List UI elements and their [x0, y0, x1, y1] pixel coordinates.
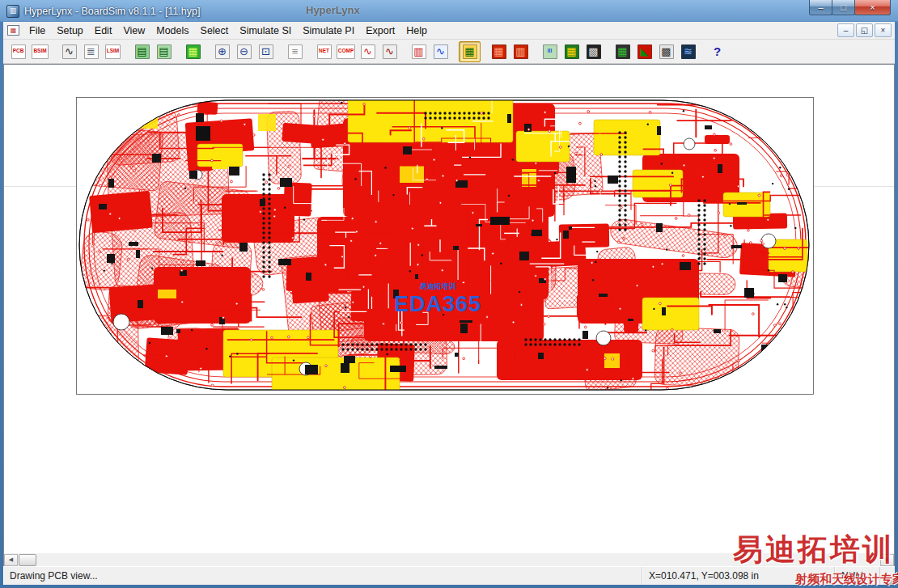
plane-noise-map-2-icon: ▥ [514, 44, 528, 59]
zoom-out-icon: ⊖ [237, 44, 252, 59]
menu-help[interactable]: Help [400, 23, 433, 38]
board-layers-button[interactable]: ▦ [561, 41, 582, 62]
eda365-watermark: EDA365 [394, 292, 481, 316]
menu-simulate-pi[interactable]: Simulate PI [297, 23, 360, 38]
board-layers-icon: ▦ [565, 44, 579, 59]
board-wizard-2-button[interactable]: ▤ [153, 41, 175, 62]
bar-chart-icon: III [543, 44, 557, 59]
pcb-board-area: 易迪拓培训 EDA365 [76, 97, 814, 395]
menu-select[interactable]: Select [195, 23, 235, 38]
open-pcb-icon: PCB [11, 44, 26, 59]
zoom-area-button[interactable]: ⊡ [255, 41, 277, 62]
board-wizard-icon: ▤ [135, 44, 150, 59]
select-component-button[interactable]: COMP [335, 41, 357, 62]
window-maximize-button[interactable]: □ [832, 0, 855, 15]
show-signal-icon: ∿ [361, 44, 375, 59]
select-net-button[interactable]: NET [313, 41, 335, 62]
zoom-in-button[interactable]: ⊕ [211, 41, 233, 62]
num-lock-indicator: NUM [835, 567, 880, 585]
open-bsim-button[interactable]: BSIM [29, 41, 51, 62]
bar-chart-button[interactable]: III [539, 41, 561, 62]
menu-view[interactable]: View [117, 23, 150, 38]
hyperlynx-watermark: HyperLynx [306, 4, 360, 16]
menu-export[interactable]: Export [360, 23, 400, 38]
board-checker-button[interactable]: ▩ [655, 41, 677, 62]
board-wizard-button[interactable]: ▤ [131, 41, 153, 62]
horizontal-scrollbar[interactable]: ◀ ▶ [3, 553, 895, 566]
menu-simulate-si[interactable]: Simulate SI [234, 23, 297, 38]
board-grid-green-icon: ▦ [186, 44, 201, 59]
attach-files-button[interactable]: ≣ [80, 41, 102, 62]
menu-models[interactable]: Models [150, 23, 194, 38]
menu-setup[interactable]: Setup [51, 23, 89, 38]
board-dark-button[interactable]: ▦ [612, 41, 633, 62]
plane-noise-map-button[interactable]: ▦ [488, 41, 510, 62]
resize-grip[interactable]: ◢ [880, 567, 895, 585]
scroll-left-arrow-icon[interactable]: ◀ [4, 554, 18, 566]
mdi-document-icon[interactable]: ▦ [7, 25, 19, 36]
zoom-in-icon: ⊕ [215, 44, 230, 59]
probe-signal-button[interactable]: ∿ [379, 41, 400, 62]
emc-spider-button[interactable]: ≋ [677, 41, 699, 62]
window-minimize-button[interactable]: – [809, 0, 832, 15]
stackup-editor-button[interactable]: ▥ [408, 41, 430, 62]
attach-files-icon: ≣ [84, 44, 99, 59]
toolbar: PCBBSIM∿≣LSIM▤▤▦⊕⊖⊡≡NETCOMP∿∿▥∿▦▦▥III▦▩▦… [3, 40, 895, 64]
board-report-button[interactable]: ≡ [284, 41, 306, 62]
mdi-minimize-button[interactable]: – [837, 23, 854, 37]
stackup-editor-icon: ▥ [412, 44, 426, 59]
flag-diagonal-button[interactable]: ◣ [633, 41, 655, 62]
mdi-close-button[interactable]: × [875, 23, 892, 37]
select-net-icon: NET [317, 44, 332, 59]
open-lsim-button[interactable]: LSIM [102, 41, 124, 62]
emc-spider-icon: ≋ [681, 44, 696, 59]
board-dither-icon: ▩ [587, 44, 601, 59]
window-title: HyperLynx - BoardSim v8.1.1 - [11.hyp] [24, 6, 200, 17]
board-checker-icon: ▩ [659, 44, 674, 59]
status-bar: Drawing PCB view... X=010.471, Y=003.098… [3, 566, 895, 585]
board-report-icon: ≡ [288, 44, 303, 59]
pcb-view-canvas[interactable]: 易迪拓培训 EDA365 [3, 64, 895, 553]
zoom-area-icon: ⊡ [259, 44, 273, 59]
oscilloscope-icon: ∿ [62, 44, 77, 59]
mdi-restore-button[interactable]: ◱ [856, 23, 873, 37]
flag-diagonal-icon: ◣ [637, 44, 652, 59]
app-window: ▥ HyperLynx - BoardSim v8.1.1 - [11.hyp]… [0, 0, 898, 588]
show-signal-button[interactable]: ∿ [357, 41, 379, 62]
board-grid-green-button[interactable]: ▦ [182, 41, 204, 62]
plane-noise-map-2-button[interactable]: ▥ [510, 41, 532, 62]
window-controls: – □ × [810, 0, 891, 15]
titlebar: ▥ HyperLynx - BoardSim v8.1.1 - [11.hyp]… [3, 0, 895, 22]
board-dither-button[interactable]: ▩ [582, 41, 604, 62]
eda365-small-watermark: 易迪拓培训 [419, 282, 456, 290]
waveform-viewer-icon: ∿ [434, 44, 448, 59]
help-icon: ? [710, 44, 725, 59]
menu-edit[interactable]: Edit [89, 23, 118, 38]
probe-signal-icon: ∿ [383, 44, 397, 59]
board-dark-icon: ▦ [616, 44, 630, 59]
scroll-right-arrow-icon[interactable]: ▶ [880, 554, 894, 566]
oscilloscope-button[interactable]: ∿ [58, 41, 80, 62]
mdi-window-controls: – ◱ × [837, 23, 892, 37]
pcb-board-drawing: 易迪拓培训 EDA365 [76, 97, 814, 395]
app-icon: ▥ [6, 5, 19, 18]
board-view-icon: ▦ [463, 44, 477, 59]
open-bsim-icon: BSIM [32, 44, 48, 59]
open-pcb-button[interactable]: PCB [7, 41, 29, 62]
board-view-button[interactable]: ▦ [459, 41, 481, 62]
select-component-icon: COMP [337, 44, 356, 59]
status-message: Drawing PCB view... [3, 567, 642, 585]
menu-file[interactable]: File [23, 23, 51, 38]
board-wizard-2-icon: ▤ [157, 44, 172, 59]
waveform-viewer-button[interactable]: ∿ [430, 41, 451, 62]
window-close-button[interactable]: × [854, 0, 891, 15]
zoom-out-button[interactable]: ⊖ [233, 41, 255, 62]
cursor-coordinates: X=010.471, Y=003.098 in [642, 567, 835, 585]
help-button[interactable]: ? [706, 41, 728, 62]
open-lsim-icon: LSIM [105, 44, 121, 59]
plane-noise-map-icon: ▦ [492, 44, 506, 59]
menu-bar: ▦ File Setup Edit View Models Select Sim… [3, 22, 895, 40]
scrollbar-thumb[interactable] [19, 554, 36, 566]
